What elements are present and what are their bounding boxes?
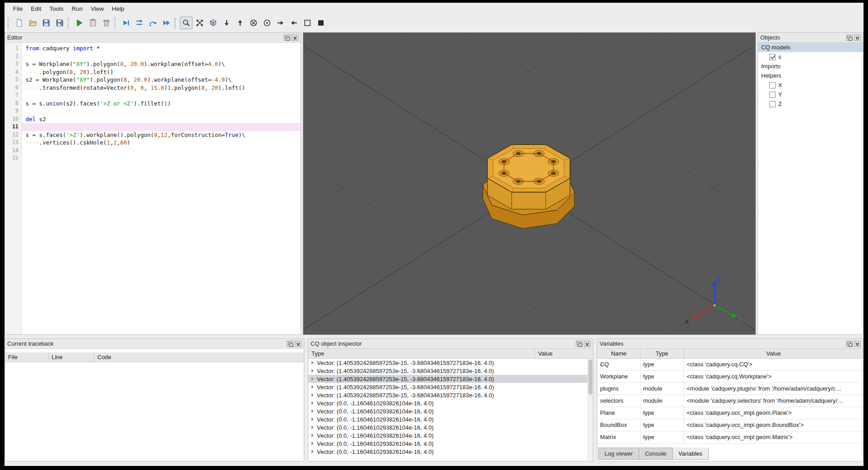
run-button[interactable]	[73, 17, 86, 29]
inspector-row[interactable]: Vector: (0.0, -1.1604610293826104e-16, 4…	[308, 407, 587, 415]
close-icon[interactable]	[292, 35, 298, 41]
tree-item-s[interactable]: s	[758, 52, 863, 61]
line-number[interactable]: 2	[5, 53, 22, 61]
inspector-row[interactable]: Vector: (0.0, -1.1604610293826104e-16, 4…	[308, 399, 587, 407]
line-number[interactable]: 7	[5, 92, 22, 100]
line-number[interactable]: 3	[5, 60, 22, 68]
code-line-7[interactable]: 7	[5, 92, 301, 100]
inspector-row[interactable]: Vector: (1.4053924288597253e-15, -3.6804…	[308, 383, 587, 391]
undock-icon[interactable]	[846, 35, 853, 41]
tree-item-helpers[interactable]: Helpers	[758, 71, 863, 80]
iso-view-button[interactable]	[207, 17, 219, 29]
column-header-file[interactable]: File	[5, 352, 48, 362]
code-line-9[interactable]: 9	[5, 107, 301, 115]
expand-arrow-icon[interactable]	[311, 401, 314, 405]
continue-button[interactable]	[160, 17, 173, 29]
tab-console[interactable]: Console	[639, 448, 673, 460]
top-view-button[interactable]	[220, 17, 233, 29]
expand-arrow-icon[interactable]	[311, 393, 314, 397]
menu-item-file[interactable]: File	[9, 4, 27, 14]
close-icon[interactable]	[295, 341, 302, 347]
close-icon[interactable]	[854, 35, 861, 41]
step-over-button[interactable]	[147, 17, 159, 29]
expand-arrow-icon[interactable]	[311, 361, 314, 365]
menu-item-run[interactable]: Run	[68, 4, 87, 14]
variable-row-matrix[interactable]: Matrixtype<class 'cadquery.occ_impl.geom…	[597, 431, 863, 444]
undock-icon[interactable]	[576, 341, 583, 347]
scrollbar-thumb[interactable]	[588, 360, 592, 395]
line-number[interactable]: 8	[5, 100, 22, 108]
code-line-12[interactable]: 12s = s.faces('>Z').workplane().polygon(…	[5, 131, 301, 139]
inspector-row[interactable]: Vector: (1.4053924288597253e-15, -3.6804…	[308, 359, 587, 367]
save-button[interactable]	[40, 17, 53, 29]
column-header-line[interactable]: Line	[48, 352, 94, 362]
left-view-button[interactable]	[288, 17, 300, 29]
line-number[interactable]: 13	[5, 139, 22, 147]
variable-row-selectors[interactable]: selectorsmodule<module 'cadquery.selecto…	[597, 395, 863, 407]
line-number[interactable]: 14	[5, 147, 22, 155]
tree-item-z[interactable]: Z	[758, 99, 863, 109]
inspector-row[interactable]: Vector: (0.0, -1.1604610293826104e-16, 4…	[308, 423, 587, 431]
debug-step-button[interactable]	[120, 17, 132, 29]
variable-row-workplane[interactable]: Workplanetype<class 'cadquery.cq.Workpla…	[597, 371, 863, 383]
viewport-3d[interactable]: X Y Z	[303, 32, 756, 335]
column-header-type[interactable]: Type	[308, 349, 535, 358]
variable-row-boundbox[interactable]: BoundBoxtype<class 'cadquery.occ_impl.ge…	[597, 419, 863, 431]
line-number[interactable]: 5	[5, 76, 22, 84]
expand-arrow-icon[interactable]	[311, 409, 314, 413]
right-view-button[interactable]	[274, 17, 287, 29]
back-view-button[interactable]	[247, 17, 260, 29]
code-line-1[interactable]: 1from cadquery import *	[5, 44, 301, 53]
tree-item-x[interactable]: X	[758, 80, 863, 90]
expand-arrow-icon[interactable]	[311, 434, 314, 437]
expand-arrow-icon[interactable]	[311, 385, 314, 389]
expand-arrow-icon[interactable]	[311, 377, 314, 381]
menu-item-edit[interactable]: Edit	[27, 4, 45, 14]
undock-icon[interactable]	[284, 35, 290, 41]
cad-model[interactable]	[483, 145, 574, 228]
menu-item-view[interactable]: View	[87, 4, 108, 14]
tree-item-y[interactable]: Y	[758, 90, 863, 99]
expand-arrow-icon[interactable]	[311, 417, 314, 421]
inspector-row[interactable]: Vector: (1.4053924288597253e-15, -3.6804…	[308, 367, 587, 375]
column-header-name[interactable]: Name	[597, 349, 640, 358]
line-number[interactable]: 6	[5, 84, 22, 92]
code-line-5[interactable]: 5s2 = Workplane("XY").polygon(8, 20.0).w…	[5, 76, 301, 84]
code-line-3[interactable]: 3s = Workplane("XY").polygon(8, 20.0).wo…	[5, 60, 301, 68]
undock-icon[interactable]	[287, 341, 294, 347]
tree-item-imports[interactable]: Imports	[758, 61, 863, 71]
variable-row-plugins[interactable]: pluginsmodule<module 'cadquery.plugins' …	[597, 383, 863, 395]
inspector-row[interactable]: Vector: (0.0, -1.1604610293826104e-16, 4…	[308, 439, 587, 448]
close-icon[interactable]	[584, 341, 591, 347]
fit-view-button[interactable]	[180, 17, 193, 29]
front-view-button[interactable]	[261, 17, 273, 29]
undock-icon[interactable]	[846, 341, 853, 347]
inspector-row[interactable]: Vector: (1.4053924288597253e-15, -3.6804…	[308, 375, 587, 383]
line-number[interactable]: 10	[5, 115, 22, 123]
line-number[interactable]: 4	[5, 68, 22, 76]
checkbox-x[interactable]	[769, 82, 776, 88]
close-icon[interactable]	[854, 341, 861, 347]
line-number[interactable]: 12	[5, 131, 22, 139]
checkbox-y[interactable]	[769, 92, 776, 98]
checkbox-z[interactable]	[769, 101, 776, 107]
code-line-10[interactable]: 10del s2	[5, 115, 301, 123]
menu-item-help[interactable]: Help	[108, 4, 128, 14]
clipboard-button[interactable]	[87, 17, 99, 29]
code-editor[interactable]: 1from cadquery import *23s = Workplane("…	[5, 43, 301, 334]
code-line-8[interactable]: 8s = s.union(s2).faces('>Z or <Z').fille…	[5, 100, 301, 108]
open-file-button[interactable]	[26, 17, 39, 29]
expand-arrow-icon[interactable]	[311, 450, 314, 453]
new-file-button[interactable]	[13, 17, 26, 29]
fit-all-button[interactable]	[193, 17, 206, 29]
inspector-row[interactable]: Vector: (1.4053924288597253e-15, -3.6804…	[308, 391, 587, 399]
variable-row-cq[interactable]: CQtype<class 'cadquery.cq.CQ'>	[597, 359, 863, 371]
inspector-scrollbar[interactable]	[587, 359, 593, 461]
code-line-14[interactable]: 14	[5, 147, 301, 155]
tab-variables[interactable]: Variables	[672, 448, 709, 460]
shaded-view-button[interactable]	[315, 17, 327, 29]
inspector-row[interactable]: Vector: (0.0, -1.1604610293826104e-16, 4…	[308, 431, 587, 439]
tab-log-viewer[interactable]: Log viewer	[598, 448, 639, 460]
line-number[interactable]: 15	[5, 154, 22, 163]
expand-arrow-icon[interactable]	[311, 426, 314, 429]
